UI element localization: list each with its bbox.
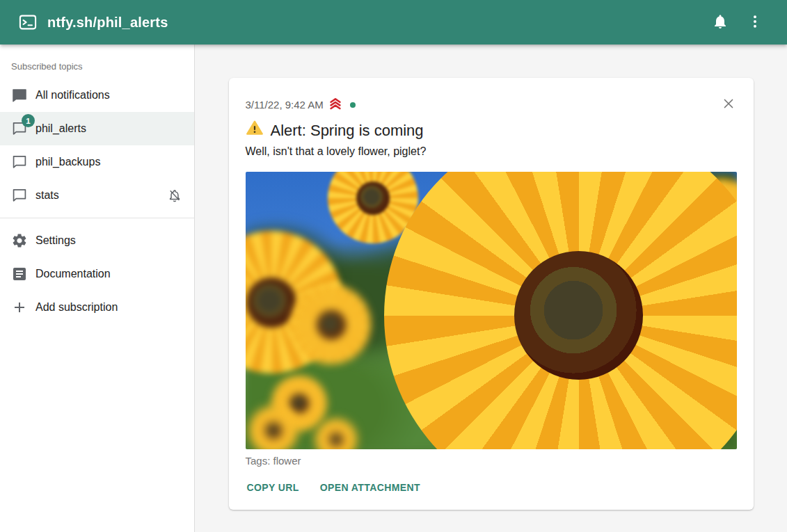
notification-title: Alert: Spring is coming bbox=[271, 120, 424, 141]
plus-icon bbox=[11, 299, 28, 316]
sidebar-item-label: Documentation bbox=[35, 268, 183, 280]
close-icon bbox=[721, 96, 736, 113]
sidebar-item-phil-backups[interactable]: phil_backups bbox=[0, 145, 194, 179]
page-title: ntfy.sh/phil_alerts bbox=[47, 15, 168, 31]
main-content: 3/11/22, 9:42 AM Alert: Spring is coming… bbox=[195, 45, 787, 532]
notification-tags: Tags: flower bbox=[246, 455, 737, 467]
bell-muted-icon bbox=[166, 187, 183, 204]
close-notification-button[interactable] bbox=[719, 95, 738, 114]
app-bar: ntfy.sh/phil_alerts bbox=[0, 0, 787, 45]
notifications-bell-button[interactable] bbox=[706, 8, 734, 36]
sidebar-item-phil-alerts[interactable]: 1 phil_alerts bbox=[0, 112, 194, 145]
sidebar-item-stats[interactable]: stats bbox=[0, 179, 194, 212]
notification-actions: COPY URL OPEN ATTACHMENT bbox=[246, 478, 737, 497]
gear-icon bbox=[11, 232, 28, 249]
notification-timestamp: 3/11/22, 9:42 AM bbox=[246, 99, 324, 111]
sidebar-item-label: stats bbox=[35, 189, 159, 202]
sidebar-item-label: Add subscription bbox=[35, 301, 183, 314]
notification-body: Well, isn't that a lovely flower, piglet… bbox=[246, 144, 737, 159]
sidebar-item-label: Settings bbox=[35, 234, 183, 247]
sidebar-divider bbox=[0, 218, 194, 218]
open-attachment-button[interactable]: OPEN ATTACHMENT bbox=[319, 478, 422, 497]
sidebar-item-documentation[interactable]: Documentation bbox=[0, 257, 194, 291]
chat-outline-icon: 1 bbox=[11, 120, 28, 137]
attachment-image[interactable] bbox=[246, 172, 737, 449]
sidebar: Subscribed topics All notifications 1 ph… bbox=[0, 45, 195, 532]
chat-outline-icon bbox=[11, 187, 28, 204]
warning-triangle-icon bbox=[246, 119, 264, 143]
chat-filled-icon bbox=[11, 87, 28, 104]
notification-card: 3/11/22, 9:42 AM Alert: Spring is coming… bbox=[229, 78, 754, 510]
sidebar-item-settings[interactable]: Settings bbox=[0, 224, 194, 257]
article-icon bbox=[11, 266, 28, 282]
vertical-dots-icon bbox=[747, 13, 763, 32]
terminal-logo-icon bbox=[18, 13, 38, 32]
sidebar-item-label: All notifications bbox=[35, 89, 183, 102]
overflow-menu-button[interactable] bbox=[741, 8, 769, 36]
copy-url-button[interactable]: COPY URL bbox=[246, 478, 301, 497]
notification-meta: 3/11/22, 9:42 AM bbox=[246, 96, 737, 113]
sidebar-item-label: phil_alerts bbox=[35, 122, 183, 135]
priority-max-icon bbox=[328, 96, 343, 113]
sidebar-section-label: Subscribed topics bbox=[0, 45, 194, 79]
notification-title-row: Alert: Spring is coming bbox=[246, 119, 737, 143]
unread-count-badge: 1 bbox=[22, 114, 35, 127]
sidebar-item-add-subscription[interactable]: Add subscription bbox=[0, 291, 194, 324]
sidebar-item-all-notifications[interactable]: All notifications bbox=[0, 79, 194, 112]
chat-outline-icon bbox=[11, 154, 28, 170]
unread-dot bbox=[350, 102, 356, 108]
sidebar-item-label: phil_backups bbox=[35, 156, 183, 168]
bell-icon bbox=[712, 13, 729, 32]
